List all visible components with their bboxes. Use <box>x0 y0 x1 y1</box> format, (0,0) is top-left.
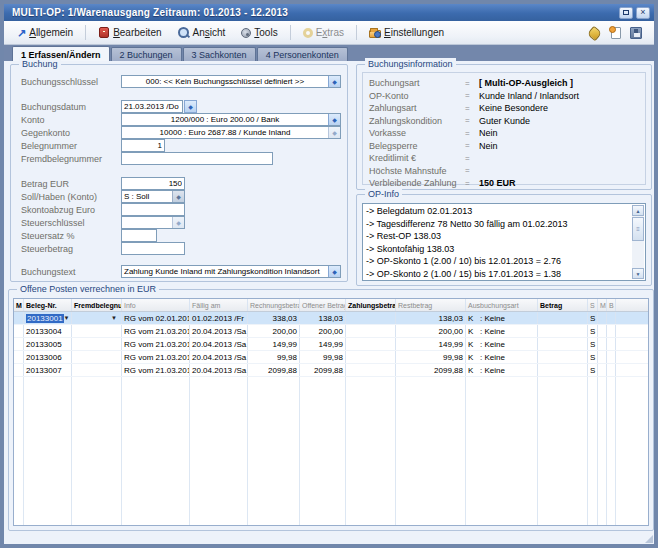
buchungsdatum-label: Buchungsdatum <box>21 102 121 112</box>
dropdown-arrow-icon[interactable]: ▼ <box>64 315 72 321</box>
steuersatz-label: Steuersatz % <box>21 231 121 241</box>
combo-arrows-icon[interactable]: ◆ <box>328 266 340 277</box>
offene-posten-table: M Beleg-Nr. Fremdbelegnummer Info Fällig… <box>13 298 649 526</box>
combo-arrows-icon[interactable]: ◆ <box>328 127 340 138</box>
title-bar[interactable]: MULTI-OP: 1/Warenausgang Zeitraum: 01.20… <box>4 4 654 21</box>
steuerbetrag-field[interactable] <box>121 242 185 255</box>
scroll-down-icon[interactable]: ▼ <box>632 268 644 279</box>
scroll-up-icon[interactable]: ▲ <box>632 205 644 216</box>
skontoabzug-label: Skontoabzug Euro <box>21 205 121 215</box>
vorkasse-value: Nein <box>479 128 498 138</box>
save-icon[interactable] <box>630 27 642 39</box>
app-window: MULTI-OP: 1/Warenausgang Zeitraum: 01.20… <box>0 0 658 548</box>
konto-label: Konto <box>21 115 121 125</box>
combo-arrows-icon[interactable]: ◆ <box>172 217 184 228</box>
buchungstext-label: Buchungstext <box>21 267 121 277</box>
tab-buchungen[interactable]: 2 Buchungen <box>111 47 182 61</box>
menu-tools[interactable]: Tools <box>234 24 284 41</box>
tab-strip: 1 Erfassen/Ändern 2 Buchungen 3 Sachkont… <box>4 45 654 61</box>
op-info-line: -> Rest-OP 138.03 <box>366 230 629 243</box>
buchung-group-title: Buchung <box>19 58 61 70</box>
betrag-eur-field[interactable] <box>121 177 185 190</box>
buchung-group: Buchung Buchungsschlüssel 000: << Kein B… <box>10 64 348 282</box>
buchungsart-value: [ Multi-OP-Ausgleich ] <box>479 78 573 88</box>
steuerschluessel-select[interactable]: ◆ <box>121 216 185 229</box>
fremdbelegnummer-label: Fremdbelegnummer <box>21 154 121 164</box>
combo-arrows-icon[interactable]: ◆ <box>328 76 340 87</box>
fremd-cell[interactable]: ▼ <box>72 312 122 324</box>
combo-arrows-icon[interactable]: ◆ <box>172 191 184 202</box>
menu-bearbeiten[interactable]: Bearbeiten <box>91 24 168 41</box>
steuerbetrag-label: Steuerbetrag <box>21 244 121 254</box>
table-header-row: M Beleg-Nr. Fremdbelegnummer Info Fällig… <box>14 299 648 312</box>
dropdown-arrow-icon[interactable]: ▼ <box>111 315 119 321</box>
toolbar-right <box>589 27 646 39</box>
scroll-track[interactable] <box>632 241 644 268</box>
table-row[interactable]: 20133004 RG vom 21.03.2013 20.04.2013 /S… <box>14 325 648 338</box>
belegnummer-field[interactable] <box>121 139 165 152</box>
table-empty-area <box>14 377 648 525</box>
op-info-scrollbar[interactable]: ▲ ≡ ▼ <box>632 205 644 279</box>
verbleibende-zahlung-value: 150 EUR <box>479 178 516 188</box>
scroll-thumb[interactable]: ≡ <box>632 217 644 241</box>
soll-haben-label: Soll/Haben (Konto) <box>21 192 121 202</box>
window-title: MULTI-OP: 1/Warenausgang Zeitraum: 01.20… <box>12 7 616 18</box>
menu-ansicht[interactable]: Ansicht <box>171 24 233 42</box>
belegsperre-value: Nein <box>479 141 498 151</box>
menu-allgemein[interactable]: ↗ Allgemein <box>10 24 80 42</box>
new-document-icon[interactable] <box>611 27 621 39</box>
buchungsinformation-group-title: Buchungsinformation <box>365 58 456 70</box>
book-icon <box>99 27 109 38</box>
op-info-line: -> Tagesdifferenz 78 Netto 30 fällig am … <box>366 218 629 231</box>
gegenkonto-select[interactable]: 10000 : Euro 2687.88 / Kunde Inland ◆ <box>121 126 341 139</box>
menu-extras: Extras <box>296 24 351 41</box>
op-info-group: OP-Info -> Belegdatum 02.01.2013 -> Tage… <box>356 194 652 286</box>
op-info-line: -> OP-Skonto 2 (1.00 / 15) bis 17.01.201… <box>366 268 629 281</box>
op-info-line: -> OP-Skonto 1 (2.00 / 10) bis 12.01.201… <box>366 255 629 268</box>
combo-arrows-icon[interactable]: ◆ <box>328 114 340 125</box>
menu-einstellungen[interactable]: Einstellungen <box>362 24 451 41</box>
buchungsdatum-field[interactable] <box>121 100 183 113</box>
menu-separator <box>356 25 357 40</box>
zahlungskondition-value: Guter Kunde <box>479 116 530 126</box>
resize-grip[interactable] <box>645 535 653 543</box>
fremdbelegnummer-field[interactable] <box>121 152 273 165</box>
betrag-eur-label: Betrag EUR <box>21 179 121 189</box>
restore-button[interactable] <box>619 7 633 19</box>
restore-icon <box>623 10 629 15</box>
magnifier-icon <box>178 27 190 39</box>
content-area: Buchung Buchungsschlüssel 000: << Kein B… <box>4 61 654 544</box>
brush-icon[interactable] <box>587 25 602 40</box>
table-row[interactable]: 20133006 RG vom 21.03.2013 20.04.2013 /S… <box>14 351 648 364</box>
skontoabzug-field[interactable] <box>121 203 185 216</box>
op-konto-value: Kunde Inland / Inlandsort <box>479 91 579 101</box>
offene-posten-group: Offene Posten verrechnen in EUR M Beleg-… <box>8 289 654 531</box>
op-info-line: -> Skontofähig 138.03 <box>366 243 629 256</box>
konto-select[interactable]: 1200/000 : Euro 200.00 / Bank ◆ <box>121 113 341 126</box>
op-info-line: -> Belegdatum 02.01.2013 <box>366 205 629 218</box>
op-info-group-title: OP-Info <box>365 188 402 200</box>
belegnummer-label: Belegnummer <box>21 141 121 151</box>
buchungsschluessel-select[interactable]: 000: << Kein Buchungsschlüssel definiert… <box>121 75 341 88</box>
buchungsschluessel-label: Buchungsschlüssel <box>21 77 121 87</box>
buchungsinformation-box: Buchungsart=[ Multi-OP-Ausgleich ] OP-Ko… <box>362 72 646 185</box>
gegenkonto-label: Gegenkonto <box>21 128 121 138</box>
tab-personenkonten[interactable]: 4 Personenkonten <box>257 47 348 61</box>
table-row[interactable]: 20133001▼ ▼ RG vom 02.01.2013 01.02.2013… <box>14 312 648 325</box>
steuersatz-field[interactable] <box>121 229 157 242</box>
date-spinner-icon[interactable]: ◆ <box>184 100 197 113</box>
menu-separator <box>290 25 291 40</box>
beleg-cell[interactable]: 20133001▼ <box>24 312 72 324</box>
table-row[interactable]: 20133005 RG vom 21.03.2013 20.04.2013 /S… <box>14 338 648 351</box>
menu-separator <box>85 25 86 40</box>
zahlungsart-value: Keine Besondere <box>479 103 548 113</box>
steuerschluessel-label: Steuerschlüssel <box>21 218 121 228</box>
op-info-list[interactable]: -> Belegdatum 02.01.2013 -> Tagesdiffere… <box>362 203 646 281</box>
menu-bar: ↗ Allgemein Bearbeiten Ansicht Tools Ext… <box>4 21 654 45</box>
close-button[interactable]: × <box>636 7 650 19</box>
soll-haben-select[interactable]: S : Soll ◆ <box>121 190 185 203</box>
tab-sachkonten[interactable]: 3 Sachkonten <box>183 47 256 61</box>
buchungstext-select[interactable]: Zahlung Kunde Inland mit Zahlungskonditi… <box>121 265 341 278</box>
op-info-line: -> Rg-Skonto 1 (2.00 / 10) bis 12.01.201… <box>366 280 629 281</box>
table-row[interactable]: 20133007 RG vom 21.03.2013 20.04.2013 /S… <box>14 364 648 377</box>
